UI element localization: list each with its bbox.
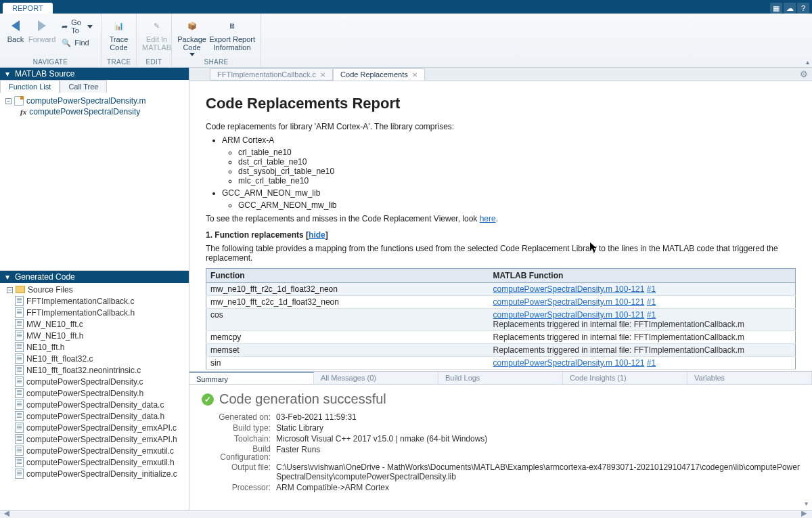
file-icon bbox=[15, 446, 24, 456]
scroll-right-icon[interactable]: ⯈ bbox=[801, 511, 808, 518]
file-item[interactable]: computePowerSpectralDensity_emxAPI.c bbox=[3, 422, 189, 433]
tab-build-logs[interactable]: Build Logs bbox=[438, 372, 563, 384]
help-bubble-icon[interactable]: ☁ bbox=[784, 3, 796, 14]
tab-function-list[interactable]: Function List bbox=[0, 80, 60, 93]
file-icon bbox=[15, 388, 24, 398]
collapse-icon[interactable]: ▾ bbox=[4, 69, 11, 79]
file-item[interactable]: NE10_fft.h bbox=[3, 341, 189, 353]
file-item[interactable]: computePowerSpectralDensity_emxAPI.h bbox=[3, 433, 189, 445]
find-button[interactable]: 🔍 Find bbox=[58, 37, 95, 49]
source-link[interactable]: computePowerSpectralDensity.m 100-121 bbox=[493, 284, 645, 294]
file-label: NE10_fft.h bbox=[26, 343, 64, 352]
file-item[interactable]: computePowerSpectralDensity.c bbox=[3, 376, 189, 387]
export-label: Export Report Information bbox=[209, 35, 255, 51]
viewer-link[interactable]: here bbox=[480, 214, 496, 223]
file-label: computePowerSpectralDensity_emxAPI.h bbox=[26, 435, 177, 444]
source-link[interactable]: computePowerSpectralDensity.m 100-121 bbox=[493, 358, 645, 368]
chevron-down-icon[interactable]: ▾ bbox=[805, 500, 808, 507]
title-bar: REPORT ▦ ☁ ? bbox=[0, 0, 812, 14]
hide-link[interactable]: hide bbox=[309, 230, 325, 240]
tab-variables[interactable]: Variables bbox=[687, 372, 812, 384]
find-label: Find bbox=[74, 39, 89, 47]
edit-icon: ✎ bbox=[149, 18, 165, 34]
edit-matlab-button[interactable]: ✎ Edit In MATLAB bbox=[142, 15, 171, 51]
file-item[interactable]: NE10_fft_float32.neonintrinsic.c bbox=[3, 364, 189, 376]
hash-link[interactable]: #1 bbox=[647, 284, 656, 294]
file-item[interactable]: computePowerSpectralDensity_data.h bbox=[3, 410, 189, 422]
file-item[interactable]: computePowerSpectralDensity_emxutil.c bbox=[3, 445, 189, 456]
tab-summary[interactable]: Summary bbox=[189, 372, 314, 384]
grid-icon[interactable]: ▦ bbox=[770, 3, 782, 14]
scroll-left-icon[interactable]: ⯇ bbox=[4, 511, 11, 518]
file-label: NE10_fft_float32.c bbox=[26, 354, 93, 364]
file-item[interactable]: FFTImplementationCallback.h bbox=[3, 307, 189, 318]
file-item[interactable]: computePowerSpectralDensity_initialize.c bbox=[3, 468, 189, 479]
goto-label: Go To bbox=[71, 18, 85, 35]
v-build-type: Static Library bbox=[276, 423, 800, 433]
source-link[interactable]: computePowerSpectralDensity.m 100-121 bbox=[493, 297, 645, 307]
expand-icon[interactable]: − bbox=[5, 98, 12, 104]
tree-file-label: computePowerSpectralDensity.m bbox=[26, 96, 146, 106]
doc-tab-code-replacements[interactable]: Code Replacements ✕ bbox=[333, 68, 425, 81]
expand-icon[interactable]: − bbox=[7, 287, 13, 293]
chevron-down-icon bbox=[87, 25, 93, 28]
back-button[interactable]: Back bbox=[5, 15, 26, 43]
file-label: computePowerSpectralDensity_initialize.c bbox=[26, 469, 177, 479]
export-report-button[interactable]: 🗎 Export Report Information bbox=[209, 15, 255, 51]
close-icon[interactable]: ✕ bbox=[412, 71, 418, 79]
file-item[interactable]: computePowerSpectralDensity_data.c bbox=[3, 399, 189, 410]
cell-matlab-function: computePowerSpectralDensity.m 100-121 #1 bbox=[489, 296, 796, 309]
file-item[interactable]: MW_NE10_fft.h bbox=[3, 330, 189, 341]
file-item[interactable]: MW_NE10_fft.c bbox=[3, 318, 189, 330]
file-icon bbox=[15, 307, 24, 318]
file-icon bbox=[15, 423, 24, 433]
app-tab-report[interactable]: REPORT bbox=[3, 3, 53, 14]
folder-source-files[interactable]: − Source Files bbox=[3, 284, 189, 295]
k-build-cfg: Build Configuration: bbox=[202, 445, 276, 461]
source-link[interactable]: computePowerSpectralDensity.m 100-121 bbox=[493, 310, 645, 320]
replacements-table: Function MATLAB Function mw_ne10_fft_r2c… bbox=[206, 268, 796, 370]
footer-scroll-strip: ⯇ ⯈ bbox=[0, 510, 812, 518]
panel-title: MATLAB Source bbox=[15, 69, 74, 79]
tab-all-messages[interactable]: All Messages (0) bbox=[314, 372, 438, 384]
package-code-button[interactable]: 📦 Package Code bbox=[177, 15, 206, 56]
cell-function: cos bbox=[206, 309, 489, 331]
gear-icon[interactable]: ⚙ bbox=[800, 69, 808, 79]
file-item[interactable]: NE10_fft_float32.c bbox=[3, 353, 189, 364]
file-item[interactable]: computePowerSpectralDensity.h bbox=[3, 387, 189, 399]
goto-button[interactable]: ➦ Go To bbox=[58, 18, 95, 35]
hash-link[interactable]: #1 bbox=[647, 310, 656, 320]
collapse-icon[interactable]: ▾ bbox=[4, 272, 11, 282]
doc-tab-fft[interactable]: FFTImplementationCallback.c ✕ bbox=[210, 68, 333, 81]
file-icon bbox=[15, 296, 24, 306]
file-label: computePowerSpectralDensity_emxAPI.c bbox=[26, 423, 177, 433]
ribbon: Back Forward ➦ Go To 🔍 Find NAVIGATE bbox=[0, 14, 812, 68]
lib-item: mlc_crl_table_ne10 bbox=[238, 176, 796, 186]
cell-function: mw_ne10_fft_c2c_1d_float32_neon bbox=[206, 296, 489, 309]
file-item[interactable]: FFTImplementationCallback.c bbox=[3, 295, 189, 307]
tree-func[interactable]: fx computePowerSpectralDensity bbox=[1, 106, 187, 117]
success-icon: ✓ bbox=[202, 393, 214, 406]
file-icon bbox=[15, 457, 24, 467]
table-row: memsetReplacements triggered in internal… bbox=[206, 344, 796, 357]
status-tabs: Summary All Messages (0) Build Logs Code… bbox=[189, 371, 812, 385]
lib-item: crl_table_ne10 bbox=[238, 148, 796, 157]
hash-link[interactable]: #1 bbox=[647, 297, 656, 307]
tab-call-tree[interactable]: Call Tree bbox=[60, 80, 107, 93]
forward-button[interactable]: Forward bbox=[28, 15, 55, 43]
tree-file[interactable]: − computePowerSpectralDensity.m bbox=[1, 95, 187, 106]
file-item[interactable]: computePowerSpectralDensity_emxutil.h bbox=[3, 456, 189, 468]
k-generated-on: Generated on: bbox=[202, 412, 276, 422]
close-icon[interactable]: ✕ bbox=[320, 71, 325, 79]
group-caption: NAVIGATE bbox=[5, 58, 95, 67]
v-toolchain: Microsoft Visual C++ 2017 v15.0 | nmake … bbox=[276, 434, 800, 444]
ribbon-collapse-icon[interactable]: ▴ bbox=[806, 58, 809, 66]
file-label: computePowerSpectralDensity.h bbox=[26, 389, 143, 398]
k-toolchain: Toolchain: bbox=[202, 434, 276, 444]
trace-code-button[interactable]: 📊 Trace Code bbox=[107, 15, 131, 51]
tab-code-insights[interactable]: Code Insights (1) bbox=[563, 372, 687, 384]
lib-name: ARM Cortex-A bbox=[222, 135, 274, 145]
hash-link[interactable]: #1 bbox=[647, 358, 656, 368]
report-title: Code Replacements Report bbox=[206, 95, 796, 112]
help-icon[interactable]: ? bbox=[797, 3, 809, 14]
